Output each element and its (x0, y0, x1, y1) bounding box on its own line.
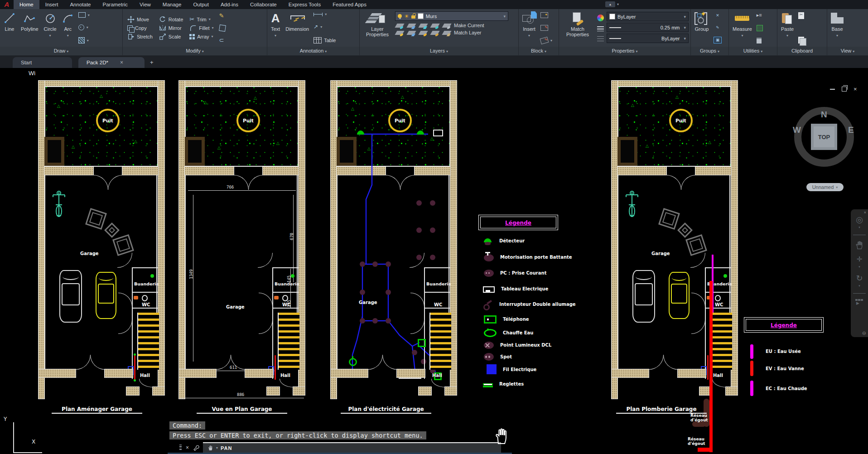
insert-button[interactable]: Insert ▾ (521, 10, 538, 45)
orbit-icon[interactable]: ↻ (856, 274, 863, 282)
stretch-button[interactable]: Stretch (127, 33, 153, 40)
navbar-dropdown-icon[interactable]: ▾ (858, 226, 860, 229)
rectangle-button[interactable]: ▾ (78, 12, 90, 18)
command-dock[interactable]: × ▾ PAN (176, 442, 501, 453)
create-block-button[interactable]: ✦ (540, 12, 552, 18)
array-dropdown-icon[interactable]: ▾ (212, 34, 213, 39)
layer-off-icon[interactable] (395, 24, 404, 28)
ribbon-collapse-icon[interactable]: ▲ (605, 1, 615, 7)
text-button[interactable]: A Text ▾ (269, 10, 282, 45)
file-tab-start[interactable]: Start (13, 57, 72, 68)
layer-freeze-icon[interactable] (418, 24, 428, 28)
pan-hand-icon[interactable] (855, 241, 864, 250)
layer-select[interactable]: ☀ Murs ▾ (395, 11, 508, 21)
panel-label-modify[interactable]: Modify ▾ (123, 47, 267, 55)
edit-attributes-button[interactable]: ✎▾ (540, 38, 552, 43)
navigation-wheel-icon[interactable]: ◎ (856, 216, 863, 224)
linetype-dropdown-icon[interactable]: ▾ (684, 36, 686, 41)
polyline-button[interactable]: Polyline (19, 10, 40, 45)
autocad-logo[interactable]: A (0, 0, 14, 9)
paste-button[interactable]: Paste ▾ (779, 10, 796, 45)
dim-linear-button[interactable]: ▾ (313, 12, 336, 16)
circle-button[interactable]: Circle ▾ (42, 10, 58, 45)
layer-isolate-icon[interactable] (406, 24, 416, 28)
copy-clip-button[interactable] (798, 37, 804, 43)
ungroup-icon[interactable]: ✕ (714, 12, 722, 19)
tab-home[interactable]: Home (14, 0, 39, 9)
centerline-button[interactable]: ▾ (78, 24, 90, 30)
line-button[interactable]: Line (2, 10, 17, 45)
viewcube-east[interactable]: E (848, 125, 854, 135)
layer-unisolate-icon[interactable] (406, 31, 416, 35)
array-button[interactable]: Array▾ (189, 33, 213, 40)
layer-thaw-all-icon[interactable] (418, 31, 428, 35)
lineweight-select[interactable]: 0.25 mm ▾ (607, 23, 689, 32)
layer-properties-button[interactable]: Layer Properties (362, 10, 393, 45)
quick-select-button[interactable]: ▸≡ (757, 12, 763, 18)
viewcube-north[interactable]: N (821, 110, 827, 120)
tab-express-tools[interactable]: Express Tools (283, 0, 327, 9)
base-dropdown-icon[interactable]: ▾ (836, 33, 838, 39)
insert-dropdown-icon[interactable]: ▾ (528, 33, 530, 39)
rotate-button[interactable]: Rotate (159, 16, 183, 23)
tab-output[interactable]: Output (187, 0, 215, 9)
customize-wrench-icon[interactable] (193, 444, 199, 451)
dimension-button[interactable]: Dimension (284, 10, 311, 45)
layer-on-icon[interactable] (398, 14, 402, 18)
trim-button[interactable]: ✂Trim▾ (189, 16, 213, 23)
showmotion-icon[interactable] (855, 299, 863, 306)
join-button[interactable]: ⊂ (219, 37, 226, 43)
named-view-selector[interactable]: Unnamed▾ (806, 183, 844, 191)
paste-dropdown-icon[interactable]: ▾ (786, 33, 788, 39)
panel-label-layers[interactable]: Layers ▾ (360, 47, 519, 55)
panel-label-utilities[interactable]: Utilities ▾ (729, 47, 777, 55)
rectangle-dropdown-icon[interactable]: ▾ (88, 13, 90, 17)
navbar-collapse-icon[interactable]: ⊖ (862, 330, 866, 336)
restore-icon[interactable] (842, 87, 847, 92)
orbit-dropdown-icon[interactable]: ▾ (858, 284, 860, 288)
object-color-select[interactable]: ByLayer ▾ (607, 12, 689, 21)
leader-button[interactable]: ↗▾ (313, 24, 336, 30)
hatch-button[interactable]: ▾ (78, 37, 90, 43)
circle-dropdown-icon[interactable]: ▾ (49, 33, 51, 39)
command-dropdown-icon[interactable]: ▾ (216, 446, 218, 450)
panel-label-clipboard[interactable]: Clipboard (777, 47, 827, 55)
viewcube-top-face[interactable]: TOP (811, 124, 837, 150)
dim-linear-dropdown-icon[interactable]: ▾ (325, 12, 327, 16)
group-selection-toggle[interactable]: ▣ (714, 37, 722, 43)
layer-color-swatch[interactable] (418, 13, 424, 19)
table-button[interactable]: Table (313, 37, 336, 43)
close-icon[interactable]: × (854, 86, 857, 92)
zoom-icon[interactable]: ✛ (857, 255, 863, 263)
group-edit-icon[interactable]: ✎ (714, 24, 722, 31)
linetype-icon[interactable] (597, 36, 604, 41)
tab-featured-apps[interactable]: Featured Apps (327, 0, 372, 9)
make-current-button[interactable]: Make Current (454, 23, 484, 28)
edit-block-button[interactable]: ✎ (540, 25, 552, 31)
hatch-dropdown-icon[interactable]: ▾ (87, 39, 89, 43)
base-button[interactable]: Base ▾ (829, 10, 845, 45)
named-view-dropdown-icon[interactable]: ▾ (836, 185, 838, 189)
explode-button[interactable] (219, 25, 226, 31)
tab-collaborate[interactable]: Collaborate (244, 0, 283, 9)
layer-lock-icon[interactable] (430, 24, 439, 28)
file-tab-drawing[interactable]: Pack 2D*× (78, 57, 145, 68)
dock-close-icon[interactable]: × (186, 444, 189, 451)
cut-button[interactable]: ✂ (798, 12, 804, 19)
dock-grip-handle[interactable] (179, 444, 182, 451)
scale-button[interactable]: Scale (159, 33, 183, 40)
move-button[interactable]: Move (127, 16, 153, 23)
tab-insert[interactable]: Insert (39, 0, 64, 9)
object-color-dropdown-icon[interactable]: ▾ (684, 14, 686, 19)
navbar-close-icon[interactable]: × (864, 210, 866, 215)
centerline-dropdown-icon[interactable]: ▾ (87, 25, 88, 29)
ribbon-collapse-menu-icon[interactable]: ▾ (617, 2, 619, 6)
new-drawing-button[interactable]: + (150, 57, 154, 68)
tab-addins[interactable]: Add-ins (215, 0, 244, 9)
layer-thaw-icon[interactable]: ☀ (404, 14, 409, 19)
lineweight-icon[interactable] (597, 26, 604, 31)
layer-turn-on-icon[interactable] (395, 31, 404, 35)
arc-dropdown-icon[interactable]: ▾ (67, 33, 69, 39)
panel-label-view[interactable]: View ▾ (827, 47, 868, 55)
file-tab-close-icon[interactable]: × (120, 59, 123, 66)
